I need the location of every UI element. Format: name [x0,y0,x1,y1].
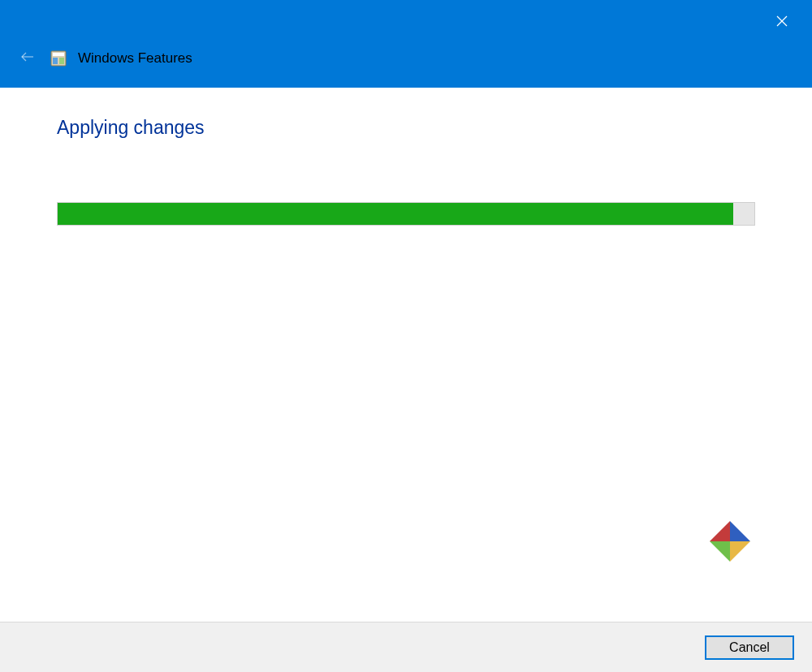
close-icon [776,15,788,30]
svg-marker-7 [730,521,750,541]
svg-marker-10 [730,541,750,562]
svg-rect-4 [53,53,64,56]
svg-marker-9 [710,541,730,562]
arrow-left-icon [19,49,36,68]
page-heading: Applying changes [57,117,755,139]
titlebar-content: Windows Features [16,47,192,70]
cancel-button[interactable]: Cancel [705,635,794,660]
svg-marker-8 [710,521,730,541]
progress-bar [57,202,755,226]
back-button[interactable] [16,47,39,70]
window-title: Windows Features [78,50,192,67]
windows-features-icon [50,50,67,67]
svg-rect-5 [53,58,58,64]
progress-bar-fill [58,203,733,225]
dialog-footer: Cancel [0,622,812,672]
close-button[interactable] [763,10,801,36]
watermark-logo-icon [708,519,752,563]
titlebar: Windows Features [0,0,812,88]
content-area: Applying changes [0,88,812,622]
svg-rect-6 [59,58,64,64]
